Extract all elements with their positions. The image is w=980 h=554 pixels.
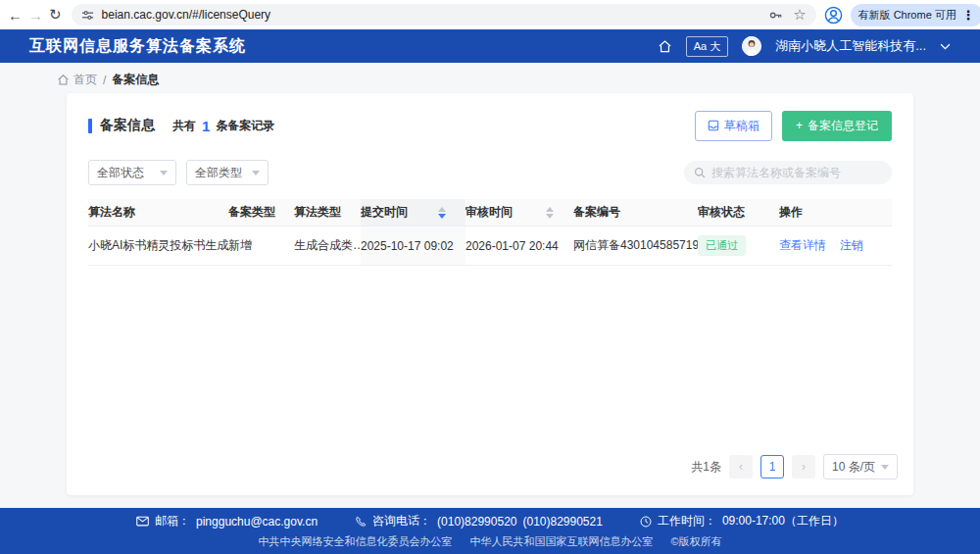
deregister-link[interactable]: 注销 (840, 237, 863, 254)
next-page-button[interactable]: › (792, 455, 815, 478)
avatar[interactable] (742, 36, 761, 56)
search-icon (694, 167, 706, 178)
address-bar[interactable]: beian.cac.gov.cn/#/licenseQuery ☆ (72, 4, 816, 25)
breadcrumb-home[interactable]: 首页 (57, 72, 97, 88)
chevron-down-icon (252, 171, 260, 176)
phone-value-2: (010)82990521 (522, 515, 602, 529)
table-header-row: 算法名称 备案类型 算法类型 提交时间 审核时间 备案编号 审核状态 操作 (88, 199, 892, 227)
home-icon (57, 74, 70, 86)
forward-icon[interactable]: → (28, 3, 43, 26)
hours-label: 工作时间： (658, 513, 716, 529)
page-size-label: 10 条/页 (832, 459, 875, 476)
column-header-review-time[interactable]: 审核时间 (466, 199, 573, 226)
panel-title: 备案信息 (100, 117, 155, 134)
phone-icon (355, 516, 367, 528)
draft-icon (708, 120, 719, 131)
register-filing-button[interactable]: + 备案信息登记 (782, 111, 892, 141)
status-filter-dropdown[interactable]: 全部状态 (88, 160, 176, 185)
cell-operations: 查看详情 注销 (779, 227, 892, 265)
filing-table: 算法名称 备案类型 算法类型 提交时间 审核时间 备案编号 审核状态 操作 (88, 199, 892, 266)
column-header-filing-number: 备案编号 (573, 199, 698, 226)
chevron-down-icon (881, 465, 889, 470)
copyright-text: ©版权所有 (670, 534, 721, 549)
search-input[interactable] (711, 166, 882, 179)
browser-toolbar: ← → ↻ beian.cac.gov.cn/#/licenseQuery ☆ … (0, 0, 980, 29)
column-header-submit-time[interactable]: 提交时间 (361, 199, 466, 226)
bookmark-star-icon[interactable]: ☆ (793, 6, 806, 24)
status-filter-label: 全部状态 (97, 165, 144, 181)
sort-asc-icon[interactable] (546, 207, 554, 212)
pagination: 共1条 ‹ 1 › 10 条/页 (691, 454, 898, 479)
record-count: 1 (202, 118, 210, 134)
footer-email: 邮箱： pingguchu@cac.gov.cn (136, 513, 318, 529)
footer-contact-row: 邮箱： pingguchu@cac.gov.cn 咨询电话： (010)8299… (136, 513, 844, 529)
chevron-down-icon (160, 171, 168, 176)
org-name-2: 中华人民共和国国家互联网信息办公室 (469, 534, 653, 549)
filter-row: 全部状态 全部类型 (88, 160, 892, 185)
sort-desc-icon[interactable] (546, 214, 554, 219)
cell-review-status: 已通过 (698, 227, 779, 265)
review-time-label: 审核时间 (466, 204, 513, 221)
table-row: 小晓AI标书精灵投标书生成算法 新增 生成合成类… 2025-10-17 09:… (88, 227, 892, 266)
phone-value-1: (010)82990520 (437, 515, 516, 529)
app-title: 互联网信息服务算法备案系统 (29, 36, 246, 57)
column-header-name: 算法名称 (88, 199, 228, 226)
count-suffix: 条备案记录 (216, 118, 274, 134)
sort-asc-icon[interactable] (438, 207, 446, 212)
sort-desc-icon[interactable] (438, 214, 446, 219)
prev-page-button[interactable]: ‹ (729, 455, 753, 478)
breadcrumb-separator: / (103, 74, 106, 87)
sort-icons[interactable] (546, 207, 554, 219)
draft-box-button[interactable]: 草稿箱 (695, 111, 772, 141)
page-size-dropdown[interactable]: 10 条/页 (823, 454, 898, 479)
app-header: 互联网信息服务算法备案系统 Aa 大 湖南小晓人工智能科技有... (0, 29, 980, 63)
page-number-button[interactable]: 1 (760, 455, 784, 478)
panel-header: 备案信息 共有 1 条备案记录 草稿箱 + 备案信息登记 (88, 111, 892, 140)
chevron-down-icon[interactable] (940, 43, 951, 50)
column-header-algorithm-type: 算法类型 (294, 199, 361, 226)
reload-icon[interactable]: ↻ (49, 3, 62, 26)
phone-label: 咨询电话： (372, 513, 431, 529)
site-settings-icon[interactable] (81, 9, 94, 22)
breadcrumb-current: 备案信息 (112, 72, 159, 88)
back-icon[interactable]: ← (8, 3, 23, 26)
footer-phone: 咨询电话： (010)82990520 (010)82990521 (355, 513, 603, 529)
email-icon (136, 516, 149, 527)
cell-algorithm-name: 小晓AI标书精灵投标书生成算法 (88, 227, 228, 265)
cell-algorithm-type: 生成合成类… (294, 227, 361, 265)
cell-filing-type: 新增 (228, 227, 294, 265)
password-key-icon[interactable] (768, 8, 783, 23)
breadcrumb-home-label: 首页 (74, 72, 97, 88)
plus-icon: + (796, 119, 803, 132)
browser-menu-icon[interactable]: ⋮ (962, 8, 975, 23)
account-name[interactable]: 湖南小晓人工智能科技有... (775, 37, 926, 55)
column-header-filing-type: 备案类型 (228, 199, 294, 226)
profile-icon[interactable] (824, 6, 843, 25)
column-header-status: 审核状态 (698, 199, 779, 226)
submit-time-label: 提交时间 (361, 204, 408, 221)
status-badge: 已通过 (698, 235, 746, 256)
record-count-line: 共有 1 条备案记录 (172, 118, 274, 134)
view-details-link[interactable]: 查看详情 (779, 237, 826, 254)
sort-icons[interactable] (438, 207, 446, 219)
type-filter-dropdown[interactable]: 全部类型 (186, 160, 269, 185)
font-size-button[interactable]: Aa 大 (686, 36, 729, 57)
chrome-update-label: 有新版 Chrome 可用 (858, 8, 956, 23)
cell-filing-number: 网信算备4301045857191… (573, 227, 698, 265)
chrome-update-pill[interactable]: 有新版 Chrome 可用 ⋮ (851, 4, 980, 26)
email-value: pingguchu@cac.gov.cn (196, 515, 318, 529)
count-prefix: 共有 (172, 118, 196, 134)
column-header-operations: 操作 (779, 199, 892, 226)
footer-hours: 工作时间： 09:00-17:00（工作日） (640, 513, 844, 529)
hours-value: 09:00-17:00（工作日） (722, 513, 844, 529)
url-text[interactable]: beian.cac.gov.cn/#/licenseQuery (102, 8, 769, 22)
breadcrumb: 首页 / 备案信息 (57, 72, 159, 88)
email-label: 邮箱： (155, 513, 190, 529)
title-accent-bar (88, 119, 92, 133)
search-box[interactable] (684, 161, 892, 184)
footer: 邮箱： pingguchu@cac.gov.cn 咨询电话： (010)8299… (0, 508, 980, 554)
home-icon[interactable] (658, 39, 672, 54)
cell-submit-time: 2025-10-17 09:02 (361, 227, 466, 265)
clock-icon (640, 516, 652, 528)
cell-review-time: 2026-01-07 20:44 (466, 227, 573, 265)
